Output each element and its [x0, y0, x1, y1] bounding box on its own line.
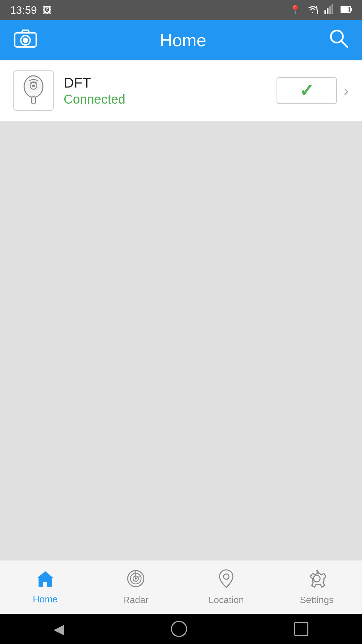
android-nav-bar: ◀ — [0, 614, 362, 644]
svg-point-10 — [23, 38, 28, 43]
status-bar-right: 📍 — [289, 4, 352, 16]
android-recent-button[interactable] — [294, 622, 308, 636]
battery-icon — [341, 5, 352, 15]
app-bar: Home — [0, 20, 362, 60]
search-button[interactable] — [328, 28, 349, 52]
svg-line-12 — [341, 41, 347, 47]
svg-rect-3 — [329, 6, 331, 14]
nav-item-radar[interactable]: Radar — [90, 562, 181, 612]
nav-item-home[interactable]: Home — [0, 563, 90, 611]
status-bar: 13:59 🖼 📍 — [0, 0, 362, 20]
nav-item-settings[interactable]: Settings — [272, 562, 362, 612]
nav-item-location[interactable]: Location — [181, 562, 272, 612]
check-button[interactable]: ✓ — [277, 77, 337, 104]
settings-icon — [307, 569, 326, 592]
nav-label-location: Location — [208, 595, 244, 605]
android-back-button[interactable]: ◀ — [54, 621, 64, 637]
signal-icon — [324, 4, 335, 16]
device-card: DFT Connected ✓ › — [0, 60, 362, 121]
svg-rect-1 — [324, 10, 326, 14]
svg-point-23 — [313, 575, 320, 582]
camera-button[interactable] — [13, 28, 38, 52]
svg-rect-2 — [327, 8, 328, 14]
svg-rect-4 — [331, 4, 333, 14]
nav-label-settings: Settings — [300, 595, 334, 605]
nav-label-home: Home — [33, 594, 58, 605]
status-time: 13:59 — [10, 4, 37, 16]
device-actions: ✓ › — [277, 77, 349, 104]
location-nav-icon — [218, 569, 234, 592]
device-icon-box — [13, 70, 54, 111]
checkmark-icon: ✓ — [299, 80, 314, 101]
chevron-right-icon[interactable]: › — [344, 82, 349, 99]
device-name: DFT — [64, 75, 266, 91]
device-info: DFT Connected — [64, 75, 266, 107]
wifi-icon — [307, 4, 318, 16]
svg-line-0 — [316, 6, 318, 14]
device-status: Connected — [64, 92, 266, 107]
page-title: Home — [160, 30, 206, 50]
svg-rect-6 — [351, 8, 352, 11]
nav-label-radar: Radar — [123, 595, 148, 605]
svg-rect-7 — [341, 7, 349, 12]
svg-point-22 — [224, 574, 229, 579]
svg-rect-16 — [32, 97, 36, 104]
device-icon — [20, 74, 47, 107]
svg-point-15 — [32, 85, 35, 87]
radar-icon — [126, 569, 145, 592]
android-home-button[interactable] — [171, 621, 187, 637]
status-bar-left: 13:59 🖼 — [10, 4, 52, 16]
photo-icon: 🖼 — [42, 5, 52, 16]
location-icon: 📍 — [289, 5, 301, 16]
map-area — [0, 121, 362, 560]
bottom-nav: Home Radar Location — [0, 560, 362, 614]
home-icon — [36, 570, 55, 591]
